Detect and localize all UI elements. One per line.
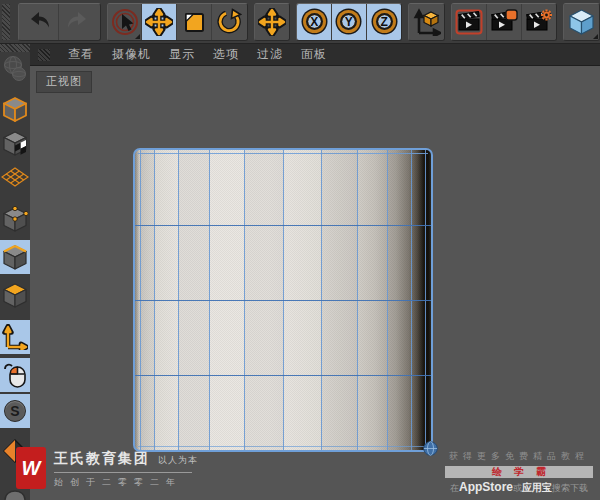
last-tool-group — [254, 3, 291, 41]
render-picture-viewer-button[interactable] — [487, 4, 522, 40]
live-selection-icon — [111, 8, 139, 36]
axis-z-button[interactable]: Z — [367, 4, 402, 40]
move-tool-button[interactable] — [142, 4, 177, 40]
menu-options[interactable]: 选项 — [213, 46, 239, 63]
sidebar-item-viewport-mouse[interactable] — [0, 358, 30, 392]
axis-z-label: Z — [380, 16, 387, 28]
render-view-button[interactable] — [452, 4, 487, 40]
menu-filter[interactable]: 过滤 — [257, 46, 283, 63]
rotate-tool-button[interactable] — [212, 4, 247, 40]
texture-mode-icon — [1, 166, 29, 188]
sidebar-item-points-mode[interactable] — [0, 202, 30, 236]
brand-logo-letter: W — [22, 457, 41, 480]
gear-icon — [541, 9, 552, 20]
axis-y-ring: Y — [342, 15, 355, 28]
axis-x-label: X — [310, 16, 318, 28]
cylinder-object[interactable] — [133, 148, 433, 452]
move-alt-tool-icon — [258, 8, 286, 36]
axis-x-ring: X — [308, 15, 321, 28]
top-toolbar: X Y Z — [0, 0, 600, 44]
viewport-column: 查看 摄像机 显示 选项 过滤 面板 正视图 — [30, 44, 600, 500]
axis-x-button[interactable]: X — [297, 4, 332, 40]
enable-axis-icon — [2, 324, 28, 350]
coordinate-system-icon — [413, 8, 441, 36]
model-mode-icon — [2, 130, 28, 156]
axis-y-label: Y — [345, 16, 353, 28]
sidebar-item-snap[interactable]: S — [0, 394, 30, 428]
promo-suffix: 搜索下载 — [552, 483, 588, 493]
sidebar-item-enable-axis[interactable] — [0, 320, 30, 354]
coordinate-group — [408, 3, 445, 41]
sidebar-item-edges-mode[interactable] — [0, 240, 30, 274]
transform-tools-group — [107, 3, 248, 41]
make-editable-icon — [2, 96, 28, 122]
brand-slogan: 以人为本 — [158, 454, 198, 467]
promo-badge: 绘学霸 — [445, 466, 593, 478]
cylinder-height-line — [135, 375, 431, 376]
globe-icon — [423, 441, 438, 456]
viewport-menubar: 查看 摄像机 显示 选项 过滤 面板 — [30, 44, 600, 66]
mouse-icon — [2, 361, 28, 389]
render-settings-button[interactable] — [522, 4, 557, 40]
render-group — [451, 3, 557, 41]
sidebar-item-make-editable[interactable] — [0, 92, 30, 126]
points-mode-icon — [2, 206, 28, 232]
brand-founded: 始创于二零零二年 — [54, 476, 198, 489]
move-tool-icon — [145, 8, 173, 36]
scale-tool-icon — [180, 8, 208, 36]
menu-camera[interactable]: 摄像机 — [112, 46, 151, 63]
dropdown-corner — [135, 34, 140, 39]
mode-sidebar: S — [0, 44, 30, 500]
rotate-tool-icon — [215, 8, 243, 36]
sidebar-item-scene-spheres[interactable] — [0, 52, 30, 86]
brand-name: 王氏教育集团 — [54, 450, 150, 468]
scale-tool-button[interactable] — [177, 4, 212, 40]
sidebar-item-texture-mode[interactable] — [0, 160, 30, 194]
redo-button[interactable] — [59, 4, 99, 40]
brand-divider — [54, 472, 192, 473]
axis-y-button[interactable]: Y — [332, 4, 367, 40]
axis-lock-group: X Y Z — [296, 3, 402, 41]
snap-label: S — [10, 403, 19, 419]
menu-display[interactable]: 显示 — [169, 46, 195, 63]
watermark-right: 获得更多免费精品教程 绘学霸 在AppStore或应用宝搜索下载 — [445, 450, 593, 495]
redo-icon — [65, 9, 93, 35]
watermark-left-text: 王氏教育集团 以人为本 始创于二零零二年 — [54, 447, 198, 489]
add-cube-button[interactable] — [564, 4, 599, 40]
undo-redo-group — [18, 3, 101, 41]
toolbar-grip[interactable] — [2, 4, 10, 40]
sidebar-grip[interactable] — [0, 44, 30, 52]
brand-logo: W — [16, 447, 46, 489]
watermark-left: W 王氏教育集团 以人为本 始创于二零零二年 — [16, 447, 198, 489]
sidebar-item-polygons-mode[interactable] — [0, 278, 30, 312]
polygons-mode-icon — [2, 282, 28, 308]
cylinder-height-line — [135, 225, 431, 226]
menu-view[interactable]: 查看 — [68, 46, 94, 63]
dropdown-corner — [593, 34, 598, 39]
undo-icon — [24, 9, 52, 35]
sidebar-item-model-mode[interactable] — [0, 126, 30, 160]
menubar-grip[interactable] — [38, 49, 50, 61]
promo-prefix: 在 — [450, 483, 459, 493]
undo-button[interactable] — [19, 4, 60, 40]
menu-panel[interactable]: 面板 — [301, 46, 327, 63]
viewport-canvas[interactable]: 正视图 — [30, 66, 600, 500]
promo-line3: 在AppStore或应用宝搜索下载 — [445, 480, 593, 495]
main-area: S 查看 摄像机 显示 选项 过滤 面板 正视图 — [0, 44, 600, 500]
edges-mode-icon — [2, 244, 28, 270]
render-settings-icon — [525, 9, 553, 35]
view-label[interactable]: 正视图 — [36, 71, 92, 93]
coordinate-system-button[interactable] — [409, 4, 444, 40]
promo-appstore: AppStore — [459, 480, 513, 494]
render-view-icon — [455, 9, 483, 35]
promo-yingyongbao: 应用宝 — [522, 482, 552, 493]
render-picture-viewer-icon — [490, 9, 518, 35]
move-alt-tool-button[interactable] — [255, 4, 290, 40]
promo-line1: 获得更多免费精品教程 — [445, 450, 593, 463]
promo-or: 或 — [513, 483, 522, 493]
add-cube-icon — [568, 8, 595, 35]
axis-z-ring: Z — [378, 15, 391, 28]
snap-icon: S — [4, 400, 26, 422]
live-selection-button[interactable] — [108, 4, 143, 40]
add-object-group — [563, 3, 600, 41]
